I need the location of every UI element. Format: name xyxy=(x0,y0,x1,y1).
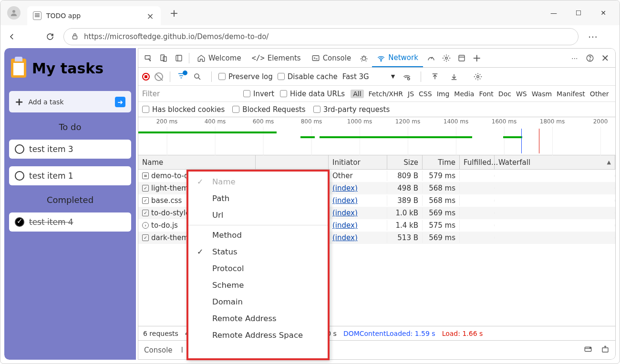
filter-type-ws[interactable]: WS xyxy=(516,90,527,98)
drawer-console-tab[interactable]: Console xyxy=(144,346,173,354)
menu-item-scheme[interactable]: Scheme xyxy=(188,277,328,293)
device-emulation-icon[interactable] xyxy=(156,51,171,65)
col-waterfall[interactable]: Waterfall▲ xyxy=(495,155,615,169)
filter-type-img[interactable]: Img xyxy=(437,90,450,98)
col-name[interactable]: Name xyxy=(138,155,256,169)
filter-type-other[interactable]: Other xyxy=(590,90,609,98)
drawer-errors-icon[interactable] xyxy=(584,345,592,355)
performance-icon[interactable] xyxy=(424,51,438,65)
close-tab-icon[interactable]: × xyxy=(145,11,155,20)
submit-arrow-icon[interactable]: ➜ xyxy=(115,97,125,107)
col-time[interactable]: Time xyxy=(423,155,460,169)
inspect-element-icon[interactable] xyxy=(141,51,155,65)
export-har-icon[interactable] xyxy=(447,70,461,84)
filter-type-all[interactable]: All xyxy=(351,90,363,98)
new-tab-button[interactable]: + xyxy=(167,6,181,20)
filter-type-wasm[interactable]: Wasm xyxy=(532,90,552,98)
window-controls: — ☐ ✕ xyxy=(548,7,616,19)
more-tabs-button[interactable]: + xyxy=(470,51,484,65)
invert-checkbox[interactable]: Invert xyxy=(243,90,274,98)
menu-item-method[interactable]: Method xyxy=(188,227,328,243)
close-window-button[interactable]: ✕ xyxy=(598,7,609,19)
blocked-cookies-checkbox[interactable]: Has blocked cookies xyxy=(142,105,225,114)
filter-type-media[interactable]: Media xyxy=(454,90,474,98)
devtools-close-icon[interactable]: ✕ xyxy=(598,51,612,65)
menu-item-domain[interactable]: Domain xyxy=(188,293,328,310)
network-conditions-icon[interactable] xyxy=(400,70,414,84)
filter-type-doc[interactable]: Doc xyxy=(498,90,511,98)
record-button[interactable] xyxy=(142,73,150,81)
settings-gear-icon[interactable] xyxy=(439,51,454,65)
hide-data-urls-checkbox[interactable]: Hide data URLs xyxy=(280,90,345,98)
maximize-button[interactable]: ☐ xyxy=(573,7,584,19)
app-header: My tasks xyxy=(9,56,131,83)
filter-input[interactable]: Filter xyxy=(142,90,238,98)
col-size[interactable]: Size xyxy=(387,155,423,169)
filter-type-font[interactable]: Font xyxy=(479,90,493,98)
column-context-menu[interactable]: ✓NamePathUrlMethod✓StatusProtocolSchemeD… xyxy=(186,170,330,360)
menu-item-url[interactable]: Url xyxy=(188,207,328,223)
blocked-requests-checkbox[interactable]: Blocked Requests xyxy=(232,105,305,114)
tab-title: TODO app xyxy=(46,12,145,20)
svg-point-15 xyxy=(477,75,479,78)
svg-rect-6 xyxy=(312,55,319,61)
application-icon[interactable] xyxy=(455,51,469,65)
throttling-dropdown[interactable]: Fast 3G ▼ xyxy=(342,72,395,81)
third-party-checkbox[interactable]: 3rd-party requests xyxy=(313,105,390,114)
browser-menu-button[interactable]: ⋯ xyxy=(586,31,600,42)
menu-item-protocol[interactable]: Protocol xyxy=(188,260,328,277)
task-radio-done[interactable] xyxy=(15,217,24,227)
table-header[interactable]: Name Initiator Size Time Fulfilled... Wa… xyxy=(138,155,615,170)
tab-elements[interactable]: </> Elements xyxy=(247,49,306,67)
col-initiator[interactable]: Initiator xyxy=(329,155,387,169)
refresh-button[interactable] xyxy=(44,31,56,42)
network-timeline[interactable]: 200 ms400 ms600 ms800 ms1000 ms1200 ms14… xyxy=(138,117,615,155)
browser-tab[interactable]: TODO app × xyxy=(27,6,161,25)
disable-cache-checkbox[interactable]: Disable cache xyxy=(278,72,338,81)
tab-console[interactable]: Console xyxy=(307,49,356,67)
back-button[interactable] xyxy=(6,31,18,42)
clipboard-icon xyxy=(11,59,26,78)
activity-bar-icon[interactable] xyxy=(172,51,186,65)
menu-item-remote-address-space[interactable]: Remote Address Space xyxy=(188,327,328,344)
lock-icon xyxy=(71,32,79,42)
import-har-icon[interactable] xyxy=(428,70,442,84)
devtools-menu-icon[interactable]: ⋯ xyxy=(568,51,582,65)
col-status[interactable] xyxy=(256,155,329,169)
tab-welcome[interactable]: Welcome xyxy=(192,49,246,67)
drawer-expand-icon[interactable] xyxy=(601,345,610,355)
filter-type-fetch/xhr[interactable]: Fetch/XHR xyxy=(369,90,403,98)
help-icon[interactable] xyxy=(583,51,597,65)
filter-type-css[interactable]: CSS xyxy=(419,90,432,98)
task-radio[interactable] xyxy=(15,144,24,154)
clear-button[interactable] xyxy=(155,72,163,81)
browser-toolbar: https://microsoftedge.github.io/Demos/de… xyxy=(0,25,620,48)
col-fulfilled[interactable]: Fulfilled... xyxy=(460,155,495,169)
profile-avatar[interactable] xyxy=(7,6,21,20)
task-radio[interactable] xyxy=(15,171,24,181)
preserve-log-checkbox[interactable]: Preserve log xyxy=(218,72,273,81)
filter-toggle-icon[interactable] xyxy=(177,71,186,82)
network-block-row: Has blocked cookies Blocked Requests 3rd… xyxy=(138,102,615,117)
svg-point-17 xyxy=(590,347,591,348)
plus-icon: + xyxy=(15,96,23,108)
network-settings-icon[interactable] xyxy=(471,70,485,84)
filter-type-manifest[interactable]: Manifest xyxy=(557,90,585,98)
search-icon[interactable] xyxy=(190,70,205,84)
task-item[interactable]: test item 4 xyxy=(9,212,131,232)
add-task-button[interactable]: + Add a task ➜ xyxy=(9,91,131,112)
minimize-button[interactable]: — xyxy=(548,7,559,19)
task-item[interactable]: test item 1 xyxy=(9,166,131,185)
tab-network[interactable]: Network xyxy=(372,49,423,67)
forward-button[interactable] xyxy=(25,31,37,42)
debugger-icon[interactable] xyxy=(357,51,371,65)
task-item[interactable]: test item 3 xyxy=(9,140,131,159)
menu-item-status[interactable]: ✓Status xyxy=(188,243,328,260)
svg-point-8 xyxy=(381,61,382,61)
address-bar[interactable]: https://microsoftedge.github.io/Demos/de… xyxy=(63,28,579,45)
menu-item-remote-address[interactable]: Remote Address xyxy=(188,310,328,327)
menu-item-path[interactable]: Path xyxy=(188,190,328,207)
devtools-tabbar: Welcome </> Elements Console Network xyxy=(138,49,615,68)
filter-type-js[interactable]: JS xyxy=(408,90,414,98)
drawer-issues-tab[interactable]: I xyxy=(181,346,183,354)
